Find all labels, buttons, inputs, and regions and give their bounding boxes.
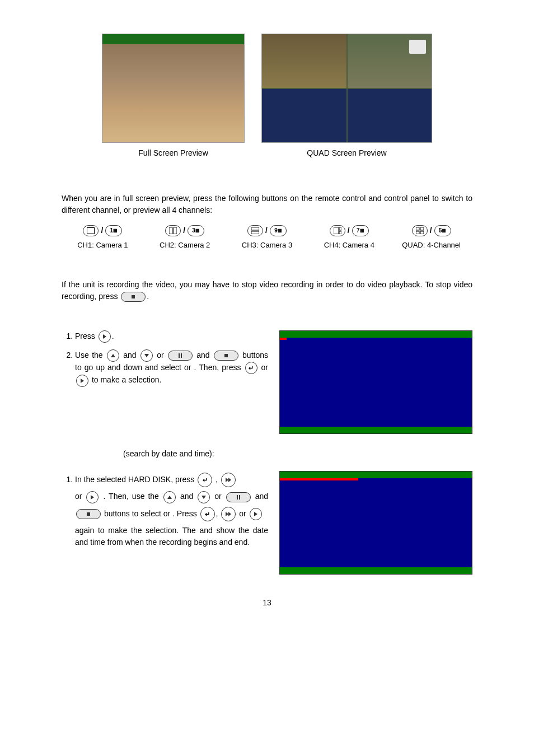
ch3-number-button[interactable]: 9▦ (270, 225, 287, 236)
ch1-label: CH1: Camera 1 (62, 240, 144, 251)
step-2: Use the and or and buttons to go up and … (75, 349, 268, 387)
down-button-icon[interactable] (198, 491, 210, 503)
channel-quad: / 5▦ QUAD: 4-Channel (390, 225, 472, 251)
search-menu-screenshot (279, 471, 472, 575)
stop-button-icon[interactable] (121, 292, 146, 302)
ch1-quad-icon[interactable] (83, 225, 99, 236)
ch3-label: CH3: Camera 3 (226, 240, 308, 251)
slash-separator: / (348, 225, 350, 236)
channel-buttons-row: / 1▦ CH1: Camera 1 / 3▦ CH2: Camera 2 / … (62, 225, 472, 251)
svg-rect-11 (416, 231, 419, 234)
play-button-icon[interactable] (86, 491, 99, 503)
slash-separator: / (265, 225, 268, 236)
ch2-label: CH2: Camera 2 (144, 240, 226, 251)
fast-forward-button-icon[interactable] (221, 507, 236, 521)
slash-separator: / (430, 225, 432, 236)
svg-rect-7 (339, 227, 341, 230)
playback-steps-list: Press . Use the and or and buttons to go… (62, 330, 268, 387)
quad-screen-preview-image (261, 34, 432, 143)
preview-images-row: Full Screen Preview QUAD Screen Preview (62, 34, 472, 159)
svg-rect-8 (339, 231, 341, 234)
play-button-icon[interactable] (76, 375, 88, 387)
ch1-number-button[interactable]: 1▦ (105, 225, 122, 236)
slash-separator: / (183, 225, 185, 236)
quad-quad-icon[interactable] (412, 225, 428, 236)
svg-rect-2 (169, 227, 172, 234)
svg-rect-4 (251, 227, 259, 230)
pause-button-icon[interactable] (168, 351, 193, 361)
stop-button-icon[interactable] (214, 351, 238, 361)
pause-button-icon[interactable] (226, 492, 251, 502)
full-screen-preview-block: Full Screen Preview (102, 34, 245, 159)
svg-rect-9 (416, 227, 419, 230)
search-by-date-heading: (search by date and time): (62, 448, 472, 460)
slash-separator: / (101, 225, 103, 236)
enter-button-icon[interactable]: ↵ (200, 507, 215, 521)
svg-rect-1 (87, 228, 94, 234)
quad-label: QUAD: 4-Channel (390, 240, 472, 251)
up-button-icon[interactable] (163, 491, 176, 503)
step-1: Press . (75, 330, 268, 343)
ch4-label: CH4: Camera 4 (308, 240, 390, 251)
svg-rect-10 (420, 227, 424, 230)
paragraph-channel-switch: When you are in full screen preview, pre… (62, 193, 472, 216)
channel-4: / 7▦ CH4: Camera 4 (308, 225, 390, 251)
up-button-icon[interactable] (107, 349, 119, 362)
fast-forward-button-icon[interactable] (221, 473, 236, 487)
enter-button-icon[interactable]: ↵ (245, 362, 257, 374)
search-step-1: In the selected HARD DISK, press ↵ , or … (75, 471, 268, 548)
down-button-icon[interactable] (140, 349, 153, 362)
ch3-quad-icon[interactable] (247, 225, 263, 236)
ch4-quad-icon[interactable] (330, 225, 345, 236)
quad-screen-caption: QUAD Screen Preview (261, 147, 432, 159)
svg-rect-3 (174, 227, 177, 234)
play-button-icon[interactable] (250, 508, 262, 520)
paragraph-stop-recording: If the unit is recording the video, you … (62, 279, 472, 302)
ch2-quad-icon[interactable] (165, 225, 181, 236)
svg-rect-6 (334, 227, 339, 234)
channel-3: / 9▦ CH3: Camera 3 (226, 225, 308, 251)
search-steps-list: In the selected HARD DISK, press ↵ , or … (62, 471, 268, 548)
svg-rect-5 (251, 231, 259, 234)
ch2-number-button[interactable]: 3▦ (188, 225, 204, 236)
page-number: 13 (62, 597, 472, 609)
playback-menu-screenshot (279, 330, 472, 434)
quad-number-button[interactable]: 5▦ (434, 225, 451, 236)
channel-1: / 1▦ CH1: Camera 1 (62, 225, 144, 251)
ch4-number-button[interactable]: 7▦ (352, 225, 369, 236)
enter-button-icon[interactable]: ↵ (198, 473, 212, 487)
play-button-icon[interactable] (99, 330, 111, 343)
full-screen-preview-image (102, 34, 245, 143)
stop-button-icon[interactable] (76, 509, 101, 519)
svg-rect-12 (420, 231, 424, 234)
quad-screen-preview-block: QUAD Screen Preview (261, 34, 432, 159)
full-screen-caption: Full Screen Preview (102, 147, 245, 159)
channel-2: / 3▦ CH2: Camera 2 (144, 225, 226, 251)
